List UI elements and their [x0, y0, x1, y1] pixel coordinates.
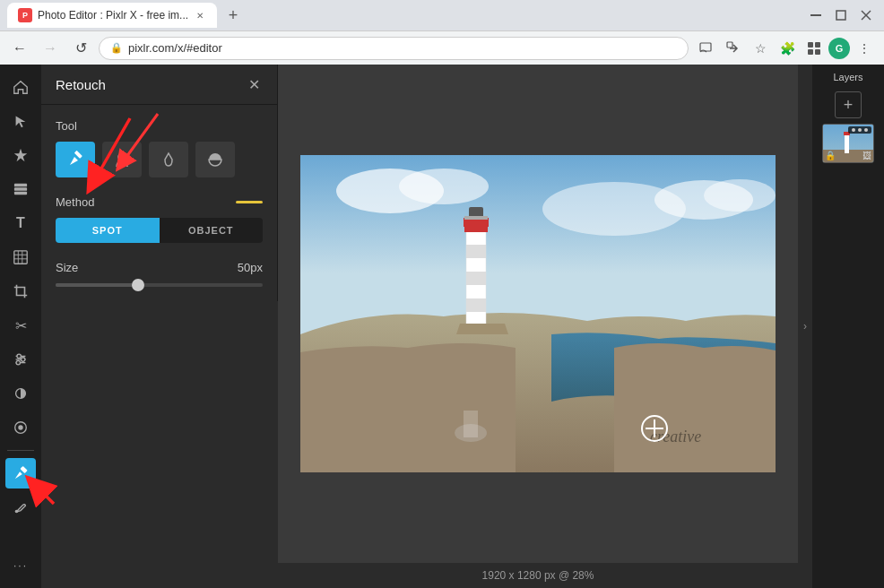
- svg-rect-4: [700, 43, 711, 51]
- method-spot-btn[interactable]: SPOT: [56, 218, 160, 243]
- layer-image-icon: 🖼: [862, 151, 871, 160]
- app-container: T ✂ ···: [0, 65, 884, 588]
- svg-rect-10: [14, 184, 27, 187]
- svg-point-28: [15, 510, 19, 514]
- svg-rect-44: [466, 298, 486, 312]
- canvas-image[interactable]: creative: [300, 155, 776, 472]
- nav-extras: ☆ 🧩 G ⋮: [694, 36, 877, 61]
- layers-title: Layers: [833, 72, 862, 82]
- method-indicator: [236, 201, 263, 203]
- method-section: Method SPOT OBJECT: [56, 195, 263, 243]
- panel-content: Tool: [41, 105, 277, 301]
- bookmark-button[interactable]: ☆: [748, 36, 773, 61]
- layers-panel: Layers +: [812, 65, 884, 588]
- svg-rect-0: [810, 14, 821, 16]
- svg-point-21: [17, 354, 22, 359]
- svg-rect-29: [74, 151, 82, 159]
- tool-option-blur[interactable]: [149, 142, 188, 177]
- badge-dot: [858, 128, 862, 132]
- tools-label: Tool: [56, 119, 263, 133]
- svg-rect-6: [808, 42, 813, 48]
- svg-point-36: [704, 179, 776, 212]
- profile-button[interactable]: G: [828, 38, 850, 59]
- win-maximize-btn[interactable]: [830, 4, 852, 26]
- svg-rect-43: [466, 272, 486, 285]
- size-slider[interactable]: [56, 283, 263, 287]
- svg-point-26: [18, 425, 22, 429]
- panel-expander[interactable]: ›: [798, 65, 812, 588]
- new-tab-button[interactable]: +: [221, 3, 246, 28]
- menu-button[interactable]: ⋮: [852, 36, 877, 61]
- tool-ai[interactable]: [5, 140, 36, 170]
- panel-title: Retouch: [56, 77, 106, 92]
- grid-button[interactable]: [802, 36, 827, 61]
- badge-dot: [852, 128, 855, 132]
- svg-rect-27: [20, 466, 27, 473]
- svg-point-33: [399, 169, 489, 204]
- tool-crop[interactable]: [5, 276, 36, 307]
- share-button[interactable]: [721, 36, 746, 61]
- tool-option-sharpen[interactable]: [195, 142, 235, 177]
- panel-header: Retouch ✕: [41, 65, 277, 105]
- size-value: 50px: [238, 261, 263, 274]
- browser-chrome: P Photo Editor : Pixlr X - free im... ✕ …: [0, 0, 884, 65]
- tool-layers[interactable]: [5, 174, 36, 204]
- size-header: Size 50px: [56, 261, 263, 274]
- svg-rect-8: [808, 49, 813, 55]
- canvas-status-text: 1920 x 1280 px @ 28%: [482, 569, 594, 582]
- extensions-button[interactable]: 🧩: [775, 36, 800, 61]
- tool-option-spotHeal[interactable]: [56, 142, 95, 177]
- slider-thumb[interactable]: [132, 279, 144, 291]
- refresh-button[interactable]: ↺: [68, 36, 93, 61]
- svg-rect-46: [464, 411, 478, 437]
- toolbar-separator: [7, 450, 34, 451]
- left-toolbar: T ✂ ···: [0, 65, 41, 588]
- tool-draw[interactable]: [5, 492, 36, 523]
- browser-titlebar: P Photo Editor : Pixlr X - free im... ✕ …: [0, 0, 884, 30]
- svg-rect-42: [466, 245, 486, 258]
- svg-rect-12: [14, 192, 27, 195]
- panel-close-button[interactable]: ✕: [245, 75, 263, 93]
- browser-navbar: ← → ↺ 🔒 pixlr.com/x/#editor ☆ 🧩: [0, 30, 884, 65]
- active-tab[interactable]: P Photo Editor : Pixlr X - free im... ✕: [7, 3, 217, 28]
- layer-lock-icon: 🔒: [825, 151, 836, 160]
- tool-home[interactable]: [5, 72, 36, 102]
- method-buttons: SPOT OBJECT: [56, 218, 263, 243]
- badge-dot: [864, 128, 868, 132]
- svg-rect-9: [815, 49, 820, 55]
- method-object-btn[interactable]: OBJECT: [160, 218, 264, 243]
- forward-button[interactable]: →: [38, 36, 63, 61]
- tool-select[interactable]: [5, 106, 36, 136]
- tool-cut[interactable]: ✂: [5, 310, 36, 341]
- svg-rect-11: [14, 187, 27, 191]
- image-svg: creative: [300, 155, 776, 472]
- svg-rect-5: [727, 42, 732, 48]
- canvas-area: creative 1920 x 1280 px @ 28%: [278, 65, 798, 588]
- canvas-workspace: creative: [278, 65, 798, 563]
- tool-effects[interactable]: [5, 412, 36, 443]
- svg-point-30: [118, 153, 126, 160]
- svg-rect-13: [14, 251, 27, 264]
- svg-rect-53: [845, 134, 849, 153]
- tool-pattern[interactable]: [5, 242, 36, 272]
- method-label: Method: [56, 195, 94, 209]
- tool-brightness[interactable]: [5, 378, 36, 409]
- cast-button[interactable]: [694, 36, 719, 61]
- svg-rect-7: [815, 42, 820, 48]
- layer-options-badge[interactable]: [848, 126, 871, 134]
- retouch-panel: Retouch ✕ Tool: [41, 65, 278, 301]
- tab-close-btn[interactable]: ✕: [194, 9, 206, 22]
- layer-thumbnail[interactable]: 🖼 🔒: [822, 124, 874, 163]
- tool-retouch[interactable]: [5, 458, 36, 489]
- win-close-btn[interactable]: [855, 4, 877, 26]
- tool-more[interactable]: ···: [5, 550, 36, 581]
- tool-option-clone[interactable]: [102, 142, 142, 177]
- address-bar[interactable]: 🔒 pixlr.com/x/#editor: [99, 37, 689, 60]
- win-minimize-btn[interactable]: [805, 4, 827, 26]
- size-section: Size 50px: [56, 261, 263, 287]
- add-layer-button[interactable]: +: [835, 91, 862, 118]
- tool-text[interactable]: T: [5, 208, 36, 238]
- svg-rect-1: [836, 11, 845, 20]
- tool-adjust[interactable]: [5, 344, 36, 375]
- back-button[interactable]: ←: [7, 36, 32, 61]
